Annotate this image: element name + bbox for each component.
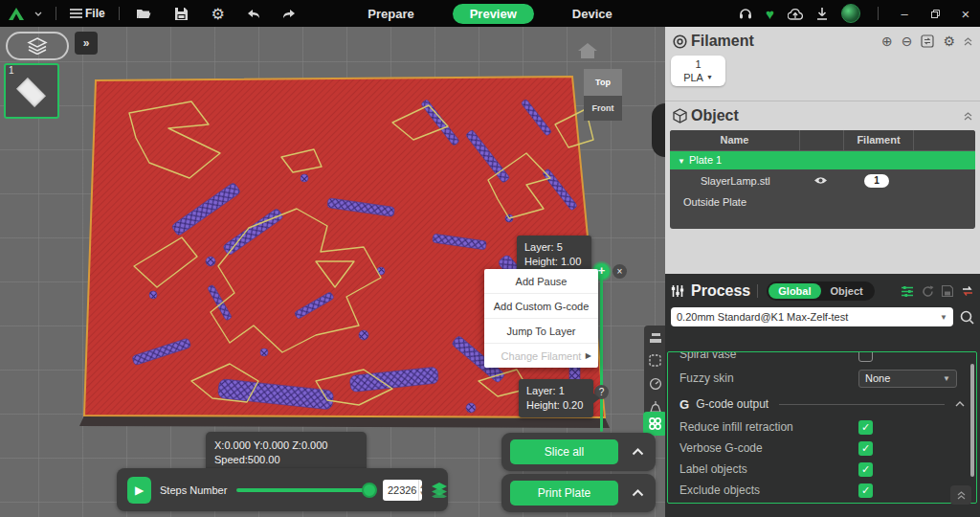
layers-view-icon[interactable] — [648, 330, 662, 345]
slicer-app-window: { "colors": {"accent":"#26c160","plate_r… — [0, 0, 980, 517]
model-filament-badge[interactable]: 1 — [864, 174, 889, 188]
model-name: SlayerLamp.stl — [670, 175, 799, 187]
settings-scroll-area[interactable]: Spiral vase Fuzzy skin None ▼ G G-code o… — [667, 351, 977, 504]
steps-number-input[interactable] — [383, 484, 418, 496]
object-table: Name Filament ▼Plate 1 SlayerLamp.stl 1 … — [670, 130, 975, 229]
layer-range-slider[interactable] — [600, 274, 603, 432]
table-row-outside-plate[interactable]: Outside Plate — [670, 191, 975, 213]
viewport-3d[interactable]: » 1 Top Front — [0, 27, 665, 517]
slice-all-button[interactable]: Slice all — [510, 439, 618, 464]
group-collapse-chevron-icon[interactable] — [955, 401, 965, 407]
window-restore-button[interactable] — [926, 7, 944, 21]
process-tab-global[interactable]: Global — [768, 283, 820, 299]
right-panel: Filament ⊕ ⊖ ⚙ 1 PLA ▼ — [665, 27, 980, 517]
tab-preview[interactable]: Preview — [453, 4, 534, 24]
layer-tooltip-bottom-layer: Layer: 1 — [526, 384, 586, 398]
play-button[interactable]: ▶ — [127, 477, 151, 504]
menu-item-jump-to-layer[interactable]: Jump To Layer — [484, 319, 598, 344]
panel-collapse-handle[interactable] — [652, 103, 665, 157]
open-file-icon[interactable] — [133, 4, 154, 23]
remove-filament-icon[interactable]: ⊖ — [902, 34, 913, 49]
view-cube-front-face[interactable]: Front — [584, 96, 622, 121]
redo-icon[interactable] — [278, 4, 300, 23]
filament-settings-gear-icon[interactable]: ⚙ — [943, 34, 955, 49]
filament-dropdown-arrow-icon[interactable]: ▼ — [706, 71, 713, 84]
advanced-mode-icon[interactable] — [961, 285, 974, 297]
user-avatar[interactable] — [841, 4, 860, 23]
setting-fuzzy-skin-label: Fuzzy skin — [679, 371, 734, 385]
plate-list-toggle-button[interactable] — [6, 32, 69, 60]
line-type-icon[interactable] — [648, 353, 662, 368]
logo-dropdown-chevron-icon[interactable] — [34, 11, 42, 16]
steps-number-spinbox[interactable]: ▲▼ — [383, 480, 422, 501]
save-icon[interactable] — [171, 4, 192, 23]
group-gcode-output[interactable]: G G-code output — [668, 392, 976, 416]
exclude-objects-checkbox[interactable]: ✓ — [858, 483, 873, 498]
view-cube-top-face[interactable]: Top — [584, 69, 622, 96]
setting-spiral-vase[interactable]: Spiral vase — [668, 351, 976, 365]
support-headset-icon[interactable] — [739, 8, 752, 20]
verbose-gcode-checkbox[interactable]: ✓ — [858, 441, 873, 456]
spin-up-icon[interactable]: ▲ — [419, 483, 422, 490]
download-icon[interactable] — [816, 8, 828, 20]
search-settings-icon[interactable] — [960, 310, 974, 325]
expand-plate-panel-button[interactable]: » — [75, 32, 98, 55]
spiral-vase-checkbox[interactable] — [858, 351, 873, 362]
tab-prepare[interactable]: Prepare — [354, 4, 427, 24]
slice-options-chevron-icon[interactable] — [632, 448, 644, 456]
layer-tooltip-bottom: Layer: 1 Height: 0.20 — [519, 379, 593, 417]
filament-slot-card[interactable]: 1 PLA ▼ — [671, 56, 725, 86]
setting-verbose-gcode[interactable]: Verbose G-code ✓ — [668, 438, 976, 459]
steps-player-bar: ▶ Steps Number ▲▼ — [117, 468, 448, 511]
app-logo-icon[interactable] — [8, 7, 25, 21]
print-plate-button[interactable]: Print Plate — [510, 481, 618, 506]
steps-slider-handle[interactable] — [362, 483, 377, 498]
setting-label-objects[interactable]: Label objects ✓ — [668, 459, 976, 480]
param-table-icon[interactable] — [901, 285, 914, 298]
remove-layer-marker-button[interactable]: × — [612, 264, 627, 279]
spinner-arrows[interactable]: ▲▼ — [418, 480, 422, 501]
home-view-icon[interactable] — [577, 42, 598, 59]
plate-expand-arrow-icon[interactable]: ▼ — [678, 157, 685, 166]
tab-device[interactable]: Device — [559, 4, 626, 24]
settings-gear-icon[interactable]: ⚙ — [208, 4, 229, 23]
setting-fuzzy-skin[interactable]: Fuzzy skin None ▼ — [668, 365, 976, 392]
column-extra — [914, 130, 975, 150]
reduce-infill-checkbox[interactable]: ✓ — [858, 420, 873, 435]
visibility-eye-icon[interactable] — [799, 176, 842, 185]
process-preset-select[interactable]: 0.20mm Standard@K1 Max-Zelf-test ▼ — [671, 307, 953, 326]
menu-item-add-custom-gcode[interactable]: Add Custom G-code — [484, 294, 598, 319]
steps-slider[interactable] — [236, 488, 369, 492]
undo-icon[interactable] — [244, 4, 265, 23]
menu-item-change-filament[interactable]: Change Filament ▶ — [484, 344, 598, 368]
window-minimize-button[interactable]: – — [896, 7, 913, 21]
file-menu[interactable]: File — [70, 7, 105, 20]
column-name: Name — [670, 130, 800, 150]
process-tab-object[interactable]: Object — [821, 283, 873, 299]
table-row-plate[interactable]: ▼Plate 1 — [670, 151, 975, 169]
setting-exclude-objects[interactable]: Exclude objects ✓ — [668, 480, 976, 501]
plate-thumbnail[interactable]: 1 — [4, 63, 59, 119]
add-filament-icon[interactable]: ⊕ — [881, 34, 893, 49]
spin-down-icon[interactable]: ▼ — [419, 490, 422, 497]
menu-item-add-pause[interactable]: Add Pause — [484, 269, 598, 294]
column-filament: Filament — [844, 130, 914, 150]
sync-filament-icon[interactable] — [921, 34, 934, 48]
fuzzy-skin-select[interactable]: None ▼ — [858, 370, 957, 388]
window-close-button[interactable]: × — [957, 6, 974, 22]
table-row-model[interactable]: SlayerLamp.stl 1 — [670, 169, 975, 191]
fuzzy-skin-value: None — [865, 372, 890, 384]
cloud-upload-icon[interactable] — [788, 8, 803, 20]
object-collapse-icon[interactable] — [964, 112, 972, 121]
single-layer-toggle-icon[interactable] — [431, 483, 448, 498]
speed-gauge-icon[interactable] — [648, 376, 662, 391]
view-cube[interactable]: Top Front — [584, 69, 622, 121]
filament-collapse-icon[interactable] — [964, 37, 972, 46]
label-objects-checkbox[interactable]: ✓ — [858, 462, 873, 477]
setting-reduce-infill-retraction[interactable]: Reduce infill retraction ✓ — [668, 416, 976, 438]
print-options-chevron-icon[interactable] — [632, 489, 644, 497]
favorite-heart-icon[interactable]: ♥ — [766, 6, 774, 22]
settings-scrollbar[interactable] — [970, 364, 974, 477]
submenu-arrow-icon: ▶ — [586, 351, 591, 360]
scroll-to-top-button[interactable] — [950, 485, 971, 505]
